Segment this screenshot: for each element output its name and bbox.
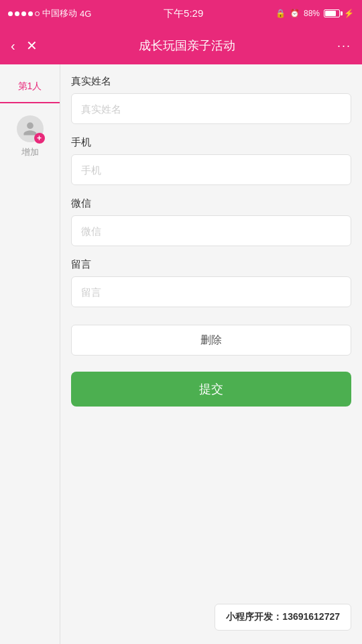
add-avatar: + — [17, 115, 44, 142]
dot4 — [28, 11, 33, 16]
message-field-group: 留言 — [71, 258, 351, 307]
close-button[interactable]: ✕ — [26, 38, 38, 54]
status-right: 🔒 ⏰ 88% ⚡ — [276, 9, 354, 18]
alarm-icon: ⏰ — [290, 9, 300, 18]
battery-percent: 88% — [304, 9, 320, 18]
status-left: 中国移动 4G — [8, 7, 91, 19]
sidebar-add-button[interactable]: + 增加 — [0, 103, 60, 170]
footer-info: 小程序开发：13691612727 — [215, 604, 351, 631]
submit-button[interactable]: 提交 — [71, 372, 351, 407]
signal-dots — [8, 11, 40, 16]
message-label: 留言 — [71, 258, 351, 271]
main-content: 第1人 + 增加 真实姓名 手机 微信 — [0, 64, 362, 644]
phone-input[interactable] — [71, 154, 351, 185]
phone-field-group: 手机 — [71, 136, 351, 185]
carrier-label: 中国移动 — [42, 7, 77, 19]
wechat-label: 微信 — [71, 197, 351, 210]
charging-icon: ⚡ — [344, 9, 354, 18]
lock-icon: 🔒 — [276, 9, 286, 18]
battery-fill — [325, 11, 336, 16]
wechat-input[interactable] — [71, 215, 351, 246]
dot1 — [8, 11, 13, 16]
dot3 — [21, 11, 26, 16]
dot2 — [15, 11, 19, 16]
realname-field-group: 真实姓名 — [71, 75, 351, 124]
realname-input[interactable] — [71, 93, 351, 124]
back-button[interactable]: ‹ — [11, 38, 15, 54]
footer-text: 小程序开发： — [226, 611, 282, 622]
battery-icon — [324, 9, 340, 17]
dot5 — [35, 11, 40, 16]
realname-label: 真实姓名 — [71, 75, 351, 88]
network-label: 4G — [80, 9, 91, 19]
header-left-icons: ‹ ✕ — [11, 38, 38, 54]
add-label: 增加 — [21, 146, 39, 158]
form-area: 真实姓名 手机 微信 留言 删除 提交 — [60, 64, 362, 644]
add-plus-icon: + — [34, 133, 45, 144]
wechat-field-group: 微信 — [71, 197, 351, 246]
footer-phone: 13691612727 — [282, 611, 340, 622]
delete-button[interactable]: 删除 — [71, 325, 351, 356]
phone-label: 手机 — [71, 136, 351, 149]
status-time: 下午5:29 — [164, 7, 203, 20]
header: ‹ ✕ 成长玩国亲子活动 ··· — [0, 27, 362, 64]
header-title: 成长玩国亲子活动 — [38, 38, 337, 54]
sidebar-person-1[interactable]: 第1人 — [0, 71, 60, 103]
status-bar: 中国移动 4G 下午5:29 🔒 ⏰ 88% ⚡ — [0, 0, 362, 27]
sidebar: 第1人 + 增加 — [0, 64, 60, 644]
more-button[interactable]: ··· — [337, 39, 351, 53]
message-input[interactable] — [71, 276, 351, 307]
